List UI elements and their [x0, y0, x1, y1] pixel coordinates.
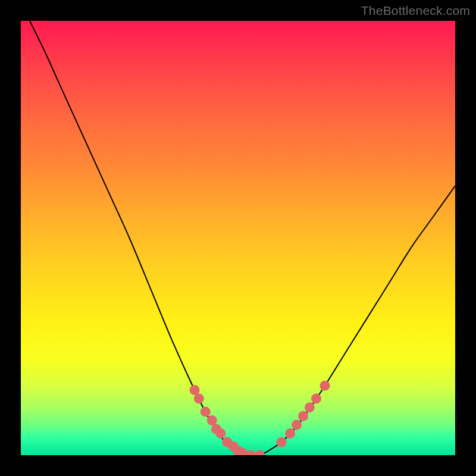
chart-plot-area [21, 21, 455, 455]
curve-dot [285, 428, 295, 439]
curve-dot [215, 428, 226, 439]
chart-frame: TheBottleneck.com [0, 0, 476, 476]
curve-dot [292, 419, 302, 430]
curve-dot [255, 450, 265, 456]
curve-dot [311, 394, 321, 404]
curve-dots [190, 381, 330, 455]
chart-svg [21, 21, 455, 455]
curve-dot [207, 415, 217, 425]
curve-dot [320, 381, 330, 391]
curve-dot [246, 450, 256, 456]
curve-dot [201, 407, 211, 417]
curve-dot [298, 411, 308, 421]
curve-dot [305, 402, 315, 412]
bottleneck-curve [21, 21, 455, 455]
curve-dot [190, 385, 200, 395]
curve-line [21, 21, 455, 455]
curve-dot [277, 437, 287, 447]
watermark-text: TheBottleneck.com [361, 4, 470, 18]
curve-dot [194, 394, 204, 404]
